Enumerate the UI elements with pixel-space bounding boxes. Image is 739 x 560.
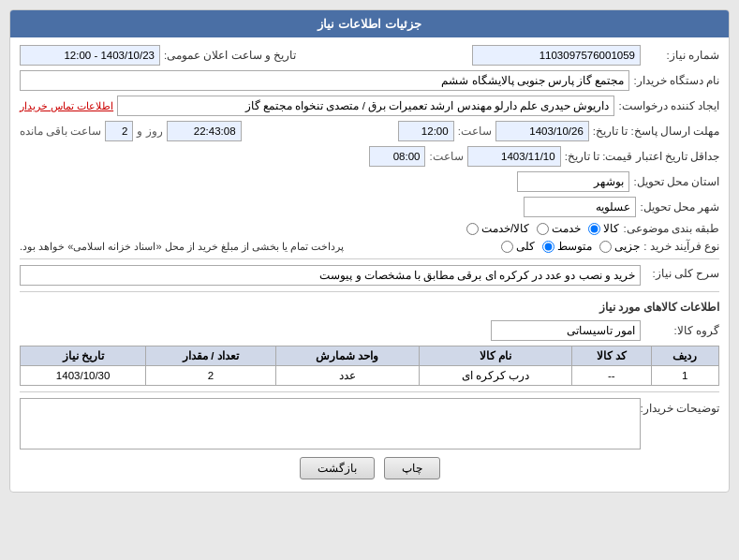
mohlet-saat-label: ساعت: — [458, 125, 492, 138]
mohlet-saat: 12:00 — [398, 121, 454, 141]
col-vahed: واحد شمارش — [275, 346, 419, 366]
mohlet-label: مهلت ارسال پاسخ: تا تاریخ: — [593, 125, 719, 138]
jadval-saat-label: ساعت: — [429, 150, 463, 163]
tarikh-value: 1403/10/23 - 12:00 — [20, 45, 160, 66]
nooe-farayand-radio-group: کلی متوسط جزیی — [501, 240, 640, 253]
ijad-value: داریوش حیدری علم دارلو مهندس ارشد تعمیرا… — [117, 96, 614, 116]
ostan-value: بوشهر — [517, 171, 629, 192]
col-tedaad: تعداد / مقدار — [146, 346, 275, 366]
tabaqe-option-kala[interactable]: کالا — [588, 222, 619, 235]
shahr-value: عسلویه — [524, 197, 636, 217]
btn-bazgasht[interactable]: بازگشت — [300, 457, 375, 479]
mohlet-baqi-label: ساعت باقی مانده — [20, 125, 101, 138]
jadval-saat: 08:00 — [369, 146, 425, 167]
col-tarikh-niaz: تاریخ نیاز — [21, 346, 146, 366]
shomara-niaz-value: 1103097576001059 — [472, 45, 641, 66]
tozi-textarea[interactable] — [20, 398, 641, 449]
kalaha-section-title: اطلاعات کالاهای مورد نیاز — [20, 298, 719, 317]
tabaqe-radio-group: کالا/خدمت خدمت کالا — [466, 222, 619, 235]
nam-dastgah-label: نام دستگاه خریدار: — [633, 74, 719, 87]
panel-title: جزئیات اطلاعات نیاز — [10, 10, 729, 37]
ijad-label: ایجاد کننده درخواست: — [618, 99, 719, 112]
jadval-date: 1403/11/10 — [467, 146, 561, 167]
nam-dastgah-value: مجتمع گاز پارس جنوبی پالایشگاه ششم — [20, 70, 629, 91]
etelaat-tamas-link[interactable]: اطلاعات تماس خریدار — [20, 100, 113, 112]
grooh-label: گروه کالا: — [644, 324, 719, 337]
kala-table: ردیف کد کالا نام کالا واحد شمارش تعداد /… — [20, 346, 719, 386]
sarh-label: سرح کلی نیاز: — [644, 265, 719, 280]
shahr-label: شهر محل تحویل: — [640, 200, 719, 214]
mohlet-date: 1403/10/26 — [495, 121, 589, 141]
pardakht-note: پرداخت تمام یا بخشی از مبلغ خرید از محل … — [20, 241, 344, 253]
nooe-option-jozi[interactable]: جزیی — [599, 240, 640, 253]
tabaqe-option-kala-khedmat[interactable]: کالا/خدمت — [466, 222, 529, 235]
col-radif: ردیف — [651, 346, 718, 366]
tabaqe-label: طبقه بندی موضوعی: — [623, 222, 719, 235]
jadval-label: جداقل تاریخ اعتبار قیمت: تا تاریخ: — [565, 150, 719, 163]
table-row: 1--درب کرکره ایعدد21403/10/30 — [21, 366, 719, 386]
nooe-option-koli[interactable]: کلی — [501, 240, 535, 253]
grooh-value: امور تاسیساتی — [491, 320, 641, 341]
mohlet-rooz-label: روز و — [137, 125, 162, 138]
shomara-niaz-label: شماره نیاز: — [644, 49, 719, 62]
nooe-option-motevaset[interactable]: متوسط — [542, 240, 592, 253]
button-row: چاپ بازگشت — [20, 457, 719, 484]
nooe-farayand-label: نوع فرآیند خرید : — [643, 240, 719, 253]
ostan-label: استان محل تحویل: — [633, 175, 719, 188]
tabaqe-option-khedmat[interactable]: خدمت — [537, 222, 581, 235]
tarikh-label: تاریخ و ساعت اعلان عمومی: — [164, 49, 296, 62]
mohlet-baqi: 22:43:08 — [167, 121, 242, 141]
mohlet-rooz: 2 — [105, 121, 133, 141]
col-nam-kala: نام کالا — [419, 346, 571, 366]
sarh-value: خرید و نصب دو عدد در کرکره ای برقی مطابق… — [20, 265, 641, 286]
btn-chap[interactable]: چاپ — [384, 457, 440, 479]
col-kod-kala: کد کالا — [571, 346, 651, 366]
tozi-label: توضیحات خریدار: — [644, 398, 719, 415]
